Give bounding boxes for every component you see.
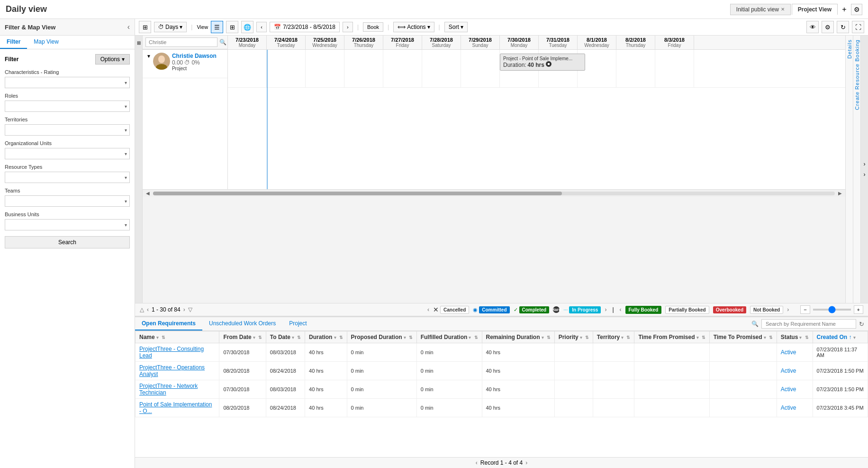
actions-button[interactable]: ⟺ Actions ▾ <box>393 22 434 32</box>
row-name-link-0[interactable]: ProjectThree - Consulting Lead <box>139 346 204 359</box>
filter-select-territories[interactable] <box>5 124 130 136</box>
col-status-filter-icon[interactable]: ▾ <box>799 335 802 340</box>
legend2-prev-button[interactable]: ‹ <box>620 306 622 313</box>
requirement-search-input[interactable] <box>761 319 856 329</box>
legend-prev-button[interactable]: ‹ <box>427 306 429 313</box>
col-to-date[interactable]: To Date ▾ ⇅ <box>266 331 305 343</box>
bottom-tab-open-requirements[interactable]: Open Requirements <box>135 317 202 330</box>
col-remaining-duration[interactable]: Remaining Duration ▾ ⇅ <box>482 331 554 343</box>
col-duration[interactable]: Duration ▾ ⇅ <box>305 331 347 343</box>
resource-search-input[interactable] <box>145 37 217 47</box>
resource-search-icon[interactable]: 🔍 <box>219 39 226 46</box>
resource-expand-icon[interactable]: ▼ <box>146 54 151 59</box>
sidebar-tab-mapview[interactable]: Map View <box>27 36 65 49</box>
settings-icon[interactable]: ⚙ <box>851 4 862 15</box>
days-dropdown-button[interactable]: ⏱ Days ▾ <box>154 22 187 32</box>
col-name-filter-icon[interactable]: ▾ <box>156 335 159 340</box>
options-button[interactable]: Options ▾ <box>95 54 130 64</box>
grid-collapse-toggle[interactable]: ⊞ <box>135 36 143 303</box>
next-page-button[interactable]: › <box>183 306 185 313</box>
timeline-plus-button[interactable]: + <box>854 305 863 314</box>
col-status[interactable]: Status ▾ ⇅ <box>777 331 813 343</box>
timeline-minus-button[interactable]: − <box>800 305 810 314</box>
col-to-date-filter-icon[interactable]: ▾ <box>292 335 294 340</box>
row-name-link-1[interactable]: ProjectThree - Operations Analyst <box>139 364 205 377</box>
col-from-date[interactable]: From Date ▾ ⇅ <box>219 331 266 343</box>
prev-date-button[interactable]: ‹ <box>256 22 267 32</box>
create-resource-panel[interactable]: Create Resource Booking <box>853 36 860 303</box>
close-tab-icon[interactable]: ✕ <box>781 7 785 12</box>
col-from-date-sort-icon[interactable]: ⇅ <box>258 335 262 340</box>
col-fulfilled-duration[interactable]: Fulfilled Duration ▾ ⇅ <box>416 331 482 343</box>
page-expand-icon[interactable]: △ <box>140 306 144 313</box>
filter-select-teams[interactable] <box>5 195 130 207</box>
col-territory-sort-icon[interactable]: ⇅ <box>626 335 630 340</box>
globe-view-button[interactable]: 🌐 <box>241 21 253 33</box>
col-proposed-filter-icon[interactable]: ▾ <box>404 335 406 340</box>
book-button[interactable]: Book <box>363 22 383 32</box>
col-duration-sort-icon[interactable]: ⇅ <box>339 335 343 340</box>
filter-select-roles[interactable] <box>5 101 130 112</box>
right-collapse-arrows[interactable]: › › <box>860 36 868 303</box>
booking-bar[interactable]: Project - Point of Sale Impleme... Durat… <box>500 54 585 71</box>
row-name-link-2[interactable]: ProjectThree - Network Technician <box>139 383 198 396</box>
details-panel[interactable]: Details <box>845 36 853 303</box>
col-territory-filter-icon[interactable]: ▾ <box>621 335 624 340</box>
col-priority-filter-icon[interactable]: ▾ <box>580 335 582 340</box>
filter-select-org-units[interactable] <box>5 148 130 159</box>
filter-select-resource-types[interactable] <box>5 172 130 183</box>
page-collapse-icon[interactable]: ▽ <box>188 306 192 313</box>
add-tab-button[interactable]: + <box>839 4 850 15</box>
refresh-toolbar-button[interactable]: ↻ <box>837 21 849 33</box>
bottom-next-page[interactable]: › <box>525 459 527 466</box>
status-badge-2[interactable]: Active <box>781 386 796 393</box>
col-remaining-filter-icon[interactable]: ▾ <box>542 335 544 340</box>
legend2-next-button[interactable]: › <box>787 306 789 313</box>
status-badge-0[interactable]: Active <box>781 349 796 356</box>
prev-page-button[interactable]: ‹ <box>147 306 149 313</box>
col-time-to-promised[interactable]: Time To Promised ▾ ⇅ <box>709 331 777 343</box>
status-badge-1[interactable]: Active <box>781 367 796 374</box>
scroll-thumb[interactable] <box>153 192 562 195</box>
col-priority[interactable]: Priority ▾ ⇅ <box>554 331 593 343</box>
col-duration-filter-icon[interactable]: ▾ <box>334 335 336 340</box>
resource-name[interactable]: Christie Dawson <box>172 53 224 59</box>
refresh-icon[interactable]: ↻ <box>859 321 864 328</box>
row-name-link-3[interactable]: Point of Sale Implementation - O... <box>139 401 212 414</box>
tab-initial-public-view[interactable]: Initial public view ✕ <box>730 4 791 15</box>
view-options-button[interactable]: 👁 <box>806 21 819 33</box>
scroll-right-icon[interactable]: ▶ <box>837 191 843 196</box>
status-badge-3[interactable]: Active <box>781 404 796 411</box>
next-date-button[interactable]: › <box>343 22 353 32</box>
col-status-sort-icon[interactable]: ⇅ <box>805 335 809 340</box>
col-proposed-sort-icon[interactable]: ⇅ <box>409 335 413 340</box>
fullscreen-button[interactable]: ⛶ <box>852 21 864 33</box>
col-territory[interactable]: Territory ▾ ⇅ <box>593 331 634 343</box>
col-time-to-filter-icon[interactable]: ▾ <box>764 335 766 340</box>
view-toggle-grid-btn[interactable]: ⊞ <box>139 21 151 33</box>
timeline-slider[interactable] <box>813 309 851 311</box>
col-created-filter-icon[interactable]: ▾ <box>853 335 856 340</box>
col-remaining-sort-icon[interactable]: ⇅ <box>547 335 551 340</box>
col-fulfilled-sort-icon[interactable]: ⇅ <box>474 335 478 340</box>
bottom-tab-project[interactable]: Project <box>282 317 313 330</box>
card-view-button[interactable]: ⊞ <box>226 21 238 33</box>
filter-select-business-units[interactable] <box>5 219 130 230</box>
list-view-button[interactable]: ☰ <box>211 21 223 33</box>
col-time-to-sort-icon[interactable]: ⇅ <box>769 335 773 340</box>
bottom-prev-page[interactable]: ‹ <box>476 459 478 466</box>
tab-project-view[interactable]: Project View <box>792 4 838 15</box>
sidebar-tab-filter[interactable]: Filter <box>0 36 27 49</box>
settings-toolbar-button[interactable]: ⚙ <box>822 21 834 33</box>
col-proposed-duration[interactable]: Proposed Duration ▾ ⇅ <box>347 331 416 343</box>
legend-next-button[interactable]: › <box>605 306 606 313</box>
search-button[interactable]: Search <box>5 236 130 248</box>
sort-button[interactable]: Sort ▾ <box>444 22 468 32</box>
col-from-date-filter-icon[interactable]: ▾ <box>253 335 255 340</box>
col-created-on[interactable]: Created On ↑ ▾ <box>813 331 868 343</box>
col-name-sort-icon[interactable]: ⇅ <box>162 335 165 340</box>
col-priority-sort-icon[interactable]: ⇅ <box>585 335 589 340</box>
scroll-track[interactable] <box>153 192 835 195</box>
col-time-from-sort-icon[interactable]: ⇅ <box>702 335 705 340</box>
col-fulfilled-filter-icon[interactable]: ▾ <box>469 335 471 340</box>
